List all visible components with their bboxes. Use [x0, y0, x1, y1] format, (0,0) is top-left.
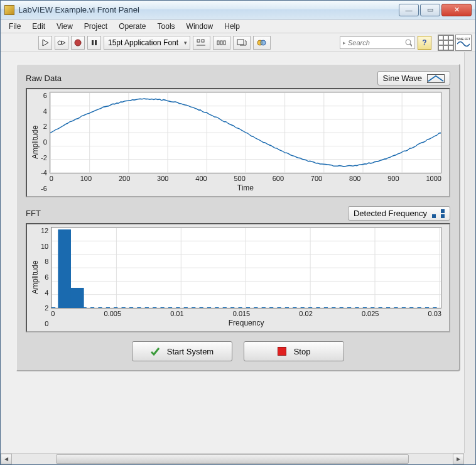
fft-chart: FFT Detected Frequency Amplitude 1210864… [26, 206, 450, 332]
menu-file[interactable]: File [3, 21, 26, 32]
svg-point-1 [58, 41, 62, 45]
chart2-yticks: 121086420 [41, 227, 51, 327]
window-title: LabVIEW Example.vi Front Panel [18, 5, 398, 14]
chart2-xticks: 00.0050.010.0150.020.0250.03 [51, 309, 441, 317]
vi-icon[interactable]: SINE FFT [455, 35, 472, 51]
chart1-ylabel: Amplitude [30, 92, 41, 192]
svg-rect-9 [217, 41, 219, 45]
scrollbar-corner [464, 453, 475, 464]
app-window: LabVIEW Example.vi Front Panel ― ▭ ✕ Fil… [0, 0, 476, 465]
svg-rect-5 [95, 40, 97, 45]
chart1-yticks: 6420-2-4-6 [41, 92, 50, 192]
svg-point-14 [261, 40, 266, 45]
minimize-button[interactable]: ― [399, 4, 419, 16]
menu-operate[interactable]: Operate [113, 21, 151, 32]
start-system-button[interactable]: Start System [132, 341, 232, 361]
svg-rect-4 [92, 40, 94, 45]
menu-window[interactable]: Window [181, 21, 219, 32]
chart1-xlabel: Time [50, 182, 441, 192]
chart1-legend[interactable]: Sine Wave [377, 71, 450, 85]
chart2-title: FFT [26, 209, 41, 218]
align-button[interactable] [193, 36, 210, 50]
pause-button[interactable] [87, 36, 101, 50]
scroll-left-button[interactable]: ◀ [1, 454, 12, 464]
svg-point-15 [406, 40, 411, 45]
menu-view[interactable]: View [51, 21, 78, 32]
chart2-plot[interactable] [51, 227, 441, 309]
svg-rect-7 [202, 40, 204, 42]
svg-rect-11 [224, 41, 225, 45]
search-icon [404, 38, 412, 47]
svg-marker-0 [43, 40, 48, 46]
stop-icon [278, 347, 286, 356]
svg-marker-2 [62, 41, 65, 45]
menu-tools[interactable]: Tools [152, 21, 181, 32]
scatter-icon [432, 209, 445, 218]
menu-edit[interactable]: Edit [26, 21, 51, 32]
menu-help[interactable]: Help [219, 21, 246, 32]
connector-pane-icon[interactable] [438, 35, 454, 51]
chart2-legend[interactable]: Detected Frequency [348, 206, 450, 221]
search-input[interactable] [348, 39, 404, 46]
run-button[interactable] [38, 36, 52, 50]
menubar: File Edit View Project Operate Tools Win… [1, 19, 475, 33]
reorder-button[interactable] [253, 36, 271, 50]
menu-project[interactable]: Project [78, 21, 113, 32]
toolbar: 15pt Application Font ▸ ? SINE FFT [1, 33, 475, 52]
vertical-scrollbar[interactable] [464, 52, 475, 453]
svg-rect-19 [71, 288, 84, 308]
resize-button[interactable] [233, 36, 251, 50]
scroll-thumb-h[interactable] [56, 454, 409, 464]
stop-button[interactable]: Stop [244, 341, 344, 361]
app-icon [4, 5, 14, 15]
chart1-legend-label: Sine Wave [383, 74, 422, 83]
font-select[interactable]: 15pt Application Font [104, 36, 190, 50]
chart2-frame: Amplitude 121086420 00.0050.010.0150.020… [26, 223, 450, 332]
chart1-xticks: 01002003004005006007008009001000 [50, 173, 441, 182]
maximize-button[interactable]: ▭ [420, 4, 440, 16]
raw-data-chart: Raw Data Sine Wave Amplitude 6420-2-4-6 [26, 71, 450, 197]
svg-rect-12 [237, 40, 244, 45]
search-box[interactable]: ▸ [340, 36, 415, 49]
sine-wave-icon [427, 74, 445, 83]
chart2-xlabel: Frequency [51, 317, 441, 327]
button-row: Start System Stop [26, 341, 450, 361]
help-button[interactable]: ? [418, 36, 431, 50]
horizontal-scrollbar[interactable]: ◀ ▶ [1, 453, 464, 464]
svg-line-16 [410, 44, 412, 46]
abort-button[interactable] [71, 36, 85, 50]
chart1-frame: Amplitude 6420-2-4-6 0100200300400500600… [26, 88, 450, 197]
chart1-title: Raw Data [26, 74, 62, 83]
close-button[interactable]: ✕ [441, 4, 472, 16]
svg-point-3 [75, 40, 81, 46]
svg-rect-18 [58, 229, 72, 308]
svg-rect-6 [197, 40, 200, 42]
start-button-label: Start System [167, 347, 214, 356]
check-icon [151, 347, 160, 356]
chart2-legend-label: Detected Frequency [354, 209, 427, 218]
chart1-plot[interactable] [50, 92, 441, 173]
front-panel: Raw Data Sine Wave Amplitude 6420-2-4-6 [1, 52, 475, 453]
chart2-ylabel: Amplitude [30, 227, 41, 327]
raised-panel: Raw Data Sine Wave Amplitude 6420-2-4-6 [16, 63, 460, 371]
titlebar: LabVIEW Example.vi Front Panel ― ▭ ✕ [1, 1, 475, 19]
scroll-right-button[interactable]: ▶ [453, 454, 464, 464]
font-select-label: 15pt Application Font [108, 38, 178, 47]
stop-button-label: Stop [294, 347, 311, 356]
svg-rect-10 [220, 41, 222, 45]
run-continuous-button[interactable] [55, 36, 68, 50]
distribute-button[interactable] [213, 36, 230, 50]
